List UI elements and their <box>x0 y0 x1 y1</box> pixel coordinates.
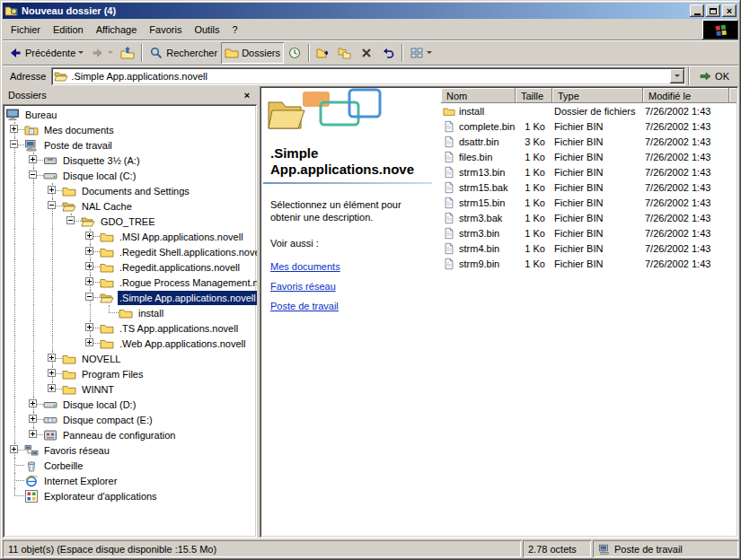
column-header-modifié-le[interactable]: Modifié le <box>643 88 729 103</box>
expand-toggle-icon[interactable] <box>85 293 93 301</box>
tree-item[interactable]: Program Files <box>5 366 257 381</box>
file-icon <box>443 136 456 148</box>
go-button[interactable]: OK <box>692 66 735 86</box>
file-row[interactable]: complete.bin1 KoFichier BIN7/26/2002 1:4… <box>441 118 737 134</box>
back-button[interactable]: Précédente <box>4 42 87 64</box>
tree-item[interactable]: Disquette 3½ (A:) <box>5 153 257 168</box>
tree-item[interactable]: NOVELL <box>5 351 257 366</box>
expand-toggle-icon[interactable] <box>29 399 37 407</box>
column-header-type[interactable]: Type <box>552 88 643 103</box>
expand-toggle-icon[interactable] <box>48 201 56 209</box>
copy-to-button[interactable] <box>334 42 356 64</box>
expand-toggle-icon[interactable] <box>48 354 56 362</box>
tree-item[interactable]: Disque local (D:) <box>5 397 257 412</box>
undo-button[interactable] <box>377 42 399 64</box>
forward-dropdown-icon[interactable] <box>108 51 113 57</box>
expand-toggle-icon[interactable] <box>85 232 93 240</box>
expand-toggle-icon[interactable] <box>85 277 93 285</box>
tree-item[interactable]: Poste de travail <box>5 137 257 153</box>
menu-item[interactable]: Outils <box>188 22 225 37</box>
file-row[interactable]: files.bin1 KoFichier BIN7/26/2002 1:43 <box>441 149 737 164</box>
expand-toggle-icon[interactable] <box>10 125 18 133</box>
maximize-button[interactable] <box>706 4 720 17</box>
file-row[interactable]: strm15.bak1 KoFichier BIN7/26/2002 1:43 <box>441 179 737 195</box>
tree-item[interactable]: .Simple App.applications.novell <box>5 290 257 305</box>
toolbar-separator <box>141 44 143 62</box>
tree-item[interactable]: GDO_TREE <box>5 214 257 229</box>
expand-toggle-icon[interactable] <box>48 186 56 194</box>
expand-toggle-icon[interactable] <box>66 216 75 224</box>
expand-toggle-icon[interactable] <box>48 384 56 392</box>
address-input[interactable]: .Simple App.applications.novell <box>51 67 685 85</box>
file-row[interactable]: strm3.bak1 KoFichier BIN7/26/2002 1:43 <box>441 210 737 225</box>
tree-item[interactable]: .TS App.applications.novell <box>5 320 257 336</box>
file-row[interactable]: strm9.bin1 KoFichier BIN7/26/2002 1:43 <box>441 256 737 271</box>
file-row[interactable]: strm13.bin1 KoFichier BIN7/26/2002 1:43 <box>441 164 737 179</box>
file-row[interactable]: strm15.bin1 KoFichier BIN7/26/2002 1:43 <box>441 195 737 210</box>
menu-item[interactable]: ? <box>226 22 244 37</box>
views-dropdown-icon[interactable] <box>427 51 432 57</box>
menu-item[interactable]: Favoris <box>143 22 188 37</box>
delete-button[interactable] <box>356 42 377 64</box>
file-row[interactable]: dsattr.bin3 KoFichier BIN7/26/2002 1:43 <box>441 134 737 149</box>
close-button[interactable]: × <box>722 4 737 17</box>
forward-button[interactable] <box>87 42 117 64</box>
tree-item[interactable]: Bureau <box>5 107 257 122</box>
expand-toggle-icon[interactable] <box>10 445 18 453</box>
file-icon <box>443 120 456 133</box>
expand-toggle-icon[interactable] <box>85 247 93 255</box>
move-to-button[interactable] <box>313 42 334 64</box>
close-folders-pane-button[interactable]: × <box>240 89 254 101</box>
see-also-link[interactable]: Poste de travail <box>270 301 441 311</box>
tree-item[interactable]: .MSI App.applications.novell <box>5 229 257 244</box>
tree-item[interactable]: Disque local (C:) <box>5 168 257 183</box>
menu-item[interactable]: Affichage <box>90 22 144 37</box>
up-button[interactable] <box>117 42 138 64</box>
menu-item[interactable]: Fichier <box>4 22 47 37</box>
tree-item[interactable]: Documents and Settings <box>5 183 257 198</box>
expand-toggle-icon[interactable] <box>85 338 93 346</box>
expand-toggle-icon[interactable] <box>29 171 37 179</box>
back-dropdown-icon[interactable] <box>78 51 84 57</box>
expand-toggle-icon[interactable] <box>29 430 37 438</box>
tree-item[interactable]: .Regedit Shell.applications.novell <box>5 244 257 259</box>
tree-item[interactable]: Explorateur d'applications <box>5 488 257 503</box>
tree-item[interactable]: .Rogue Process Management.n <box>5 275 257 290</box>
column-header-taille[interactable]: Taille <box>516 88 552 103</box>
address-dropdown-button[interactable] <box>670 69 684 83</box>
tree-item[interactable]: .Web App.applications.novell <box>5 336 257 351</box>
tree-item[interactable]: WINNT <box>5 381 257 397</box>
tree-item[interactable]: NAL Cache <box>5 198 257 214</box>
tree-item[interactable]: install <box>5 305 257 320</box>
tree-item[interactable]: Favoris réseau <box>5 442 257 458</box>
expand-toggle-icon[interactable] <box>48 369 56 377</box>
views-button[interactable] <box>406 42 436 64</box>
column-header-nom[interactable]: Nom <box>441 88 516 103</box>
expand-toggle-icon[interactable] <box>29 415 37 423</box>
menu-item[interactable]: Edition <box>47 22 90 37</box>
file-row[interactable]: strm4.bin1 KoFichier BIN7/26/2002 1:43 <box>441 241 737 256</box>
file-list: NomTailleTypeModifié le installDossier d… <box>441 88 737 536</box>
tree-item[interactable]: Mes documents <box>5 122 257 137</box>
folders-button[interactable]: Dossiers <box>221 42 284 64</box>
file-row[interactable]: installDossier de fichiers7/26/2002 1:43 <box>441 103 737 118</box>
file-name: strm4.bin <box>459 243 499 254</box>
see-also-link[interactable]: Favoris réseau <box>270 281 441 292</box>
expand-toggle-icon[interactable] <box>85 323 93 331</box>
current-folder-icon <box>54 69 68 83</box>
tree-item[interactable]: Disque compact (E:) <box>5 412 257 427</box>
tree-item[interactable]: .Regedit.applications.novell <box>5 259 257 275</box>
search-button[interactable]: Rechercher <box>146 42 221 64</box>
tree-item[interactable]: Internet Explorer <box>5 473 257 488</box>
tree-item[interactable]: Corbeille <box>5 458 257 473</box>
see-also-link[interactable]: Mes documents <box>270 261 441 272</box>
expand-toggle-icon[interactable] <box>29 155 37 163</box>
minimize-button[interactable] <box>690 4 704 17</box>
title-bar[interactable]: Nouveau dossier (4) × <box>3 3 738 19</box>
floppy-icon <box>43 153 58 168</box>
expand-toggle-icon[interactable] <box>10 140 18 148</box>
expand-toggle-icon[interactable] <box>85 262 93 270</box>
file-row[interactable]: strm3.bin1 KoFichier BIN7/26/2002 1:43 <box>441 225 737 241</box>
tree-item[interactable]: Panneau de configuration <box>5 427 257 442</box>
history-button[interactable] <box>284 42 305 64</box>
